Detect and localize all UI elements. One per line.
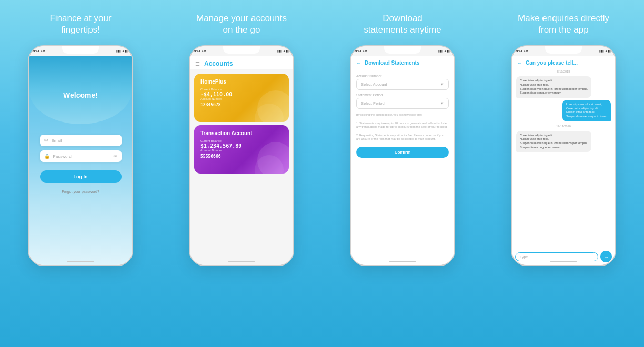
home-bar-4	[550, 261, 577, 262]
card-transaction[interactable]: Transaction Account Current Balance $1,2…	[194, 125, 289, 174]
card1-name: HomePlus	[200, 79, 283, 85]
home-bar-1	[67, 261, 94, 262]
disclaimer-2: 2. Requesting Statements may attract a f…	[356, 134, 444, 141]
accounts-header: ☰ Accounts	[190, 56, 293, 69]
account-dropdown-icon: ▼	[440, 82, 444, 87]
screen-enquiries: ← Can you please tell... 8/10/2018 Cosec…	[512, 56, 615, 265]
wave-bg: Welcome!	[29, 56, 132, 124]
period-dropdown-icon: ▼	[440, 101, 444, 106]
screen-statements: ← Download Statements Account Number Sel…	[351, 56, 454, 265]
chat-area: 8/10/2018 Cosectetur adipiscing elit. Nu…	[512, 68, 615, 248]
hamburger-icon[interactable]: ☰	[195, 61, 200, 67]
login-form: ✉ Email 🔒 Password 👁 Log In Forgot your …	[40, 135, 122, 193]
disclaimer-text: By clicking the button below, you acknow…	[356, 113, 449, 141]
disclaimer-title: By clicking the button below, you acknow…	[356, 113, 422, 116]
status-icons-2: ▮▮▮ ✦ ▮▮	[277, 49, 289, 53]
card2-number-label: Account Number	[200, 149, 283, 152]
chat-input-area: Type →	[512, 248, 615, 265]
phone-1: 9:41 AM ▮▮▮ ✦ ▮▮ Welcome! ✉ Email 🔒 Pass…	[28, 45, 133, 266]
chat-msg-2: Lorem ipsum dolor sit amet, Cosectetur a…	[562, 100, 611, 121]
lock-icon: 🔒	[44, 154, 50, 159]
status-icons-1: ▮▮▮ ✦ ▮▮	[116, 49, 128, 53]
panel-statements: Download statements anytime 9:41 AM ▮▮▮ …	[322, 0, 483, 347]
notch-1	[62, 46, 99, 54]
notch-3	[384, 46, 421, 54]
password-placeholder: Password	[53, 154, 110, 159]
statement-period-label: Statement Period	[356, 93, 449, 97]
chat-type-input[interactable]: Type	[515, 252, 598, 261]
account-number-label: Account Number	[356, 74, 449, 78]
status-time-2: 9:41 AM	[194, 49, 206, 53]
panel-title-1: Finance at your fingertips!	[49, 13, 111, 36]
confirm-button[interactable]: Confirm	[356, 147, 449, 158]
card1-balance-label: Current Balance	[200, 88, 283, 91]
status-time-4: 9:41 AM	[516, 49, 528, 53]
email-placeholder: Email	[52, 138, 62, 143]
send-button[interactable]: →	[600, 251, 612, 262]
home-bar-3	[389, 261, 416, 262]
login-button[interactable]: Log In	[40, 170, 122, 183]
card1-number-label: Account Number	[200, 97, 283, 100]
period-select[interactable]: Select Period ▼	[356, 98, 449, 109]
status-time-3: 9:41 AM	[355, 49, 367, 53]
chat-date-1: 8/10/2018	[516, 70, 611, 73]
card2-balance-label: Current Balance	[200, 139, 283, 142]
home-bar-2	[228, 261, 255, 262]
screen-login: Welcome! ✉ Email 🔒 Password 👁 Log In For…	[29, 56, 132, 265]
card-homeplus[interactable]: HomePlus Current Balance -$4,110.00 Acco…	[194, 74, 289, 122]
back-arrow-icon[interactable]: ←	[356, 60, 361, 66]
phone-4: 9:41 AM ▮▮▮ ✦ ▮▮ ← Can you please tell..…	[511, 45, 616, 266]
welcome-text: Welcome!	[63, 91, 98, 99]
enquiries-title: Can you please tell...	[526, 60, 578, 66]
accounts-title: Accounts	[204, 60, 233, 67]
panel-enquiries: Make enquiries directly from the app 9:4…	[483, 0, 644, 347]
panel-accounts: Manage your accounts on the go 9:41 AM ▮…	[161, 0, 322, 347]
panel-login: Finance at your fingertips! 9:41 AM ▮▮▮ …	[0, 0, 161, 347]
status-icons-3: ▮▮▮ ✦ ▮▮	[438, 49, 450, 53]
panel-title-4: Make enquiries directly from the app	[518, 13, 609, 36]
panel-title-2: Manage your accounts on the go	[196, 13, 287, 36]
phone-3: 9:41 AM ▮▮▮ ✦ ▮▮ ← Download Statements A…	[350, 45, 455, 266]
chat-msg-1: Cosectetur adipiscing elit. Nullam vitae…	[516, 76, 591, 98]
statements-header: ← Download Statements	[356, 60, 449, 66]
back-arrow-icon-2[interactable]: ←	[517, 60, 522, 66]
screen-accounts: ☰ Accounts HomePlus Current Balance -$4,…	[190, 56, 293, 265]
notch-2	[223, 46, 260, 54]
notch-4	[545, 46, 582, 54]
password-field[interactable]: 🔒 Password 👁	[40, 150, 122, 162]
email-field[interactable]: ✉ Email	[40, 135, 122, 146]
enquiries-header: ← Can you please tell...	[512, 56, 615, 68]
account-select-value: Select Account	[361, 82, 387, 87]
chat-date-2: 12/11/2020	[516, 125, 611, 128]
status-time-1: 9:41 AM	[33, 49, 45, 53]
statements-title: Download Statements	[365, 60, 419, 66]
email-icon: ✉	[44, 138, 48, 143]
period-select-value: Select Period	[361, 101, 385, 106]
account-select[interactable]: Select Account ▼	[356, 79, 449, 90]
phone-2: 9:41 AM ▮▮▮ ✦ ▮▮ ☰ Accounts HomePlus Cur…	[189, 45, 294, 266]
eye-icon: 👁	[113, 154, 117, 159]
card2-name: Transaction Account	[200, 130, 283, 136]
chat-msg-3: Cosectetur adipiscing elit. Nullam vitae…	[516, 131, 591, 152]
status-icons-4: ▮▮▮ ✦ ▮▮	[599, 49, 611, 53]
panel-title-3: Download statements anytime	[364, 13, 441, 36]
disclaimer-1: 1. Statements may take up to 48 hours to…	[356, 121, 448, 129]
forgot-password-link[interactable]: Forgot your password?	[40, 190, 122, 193]
